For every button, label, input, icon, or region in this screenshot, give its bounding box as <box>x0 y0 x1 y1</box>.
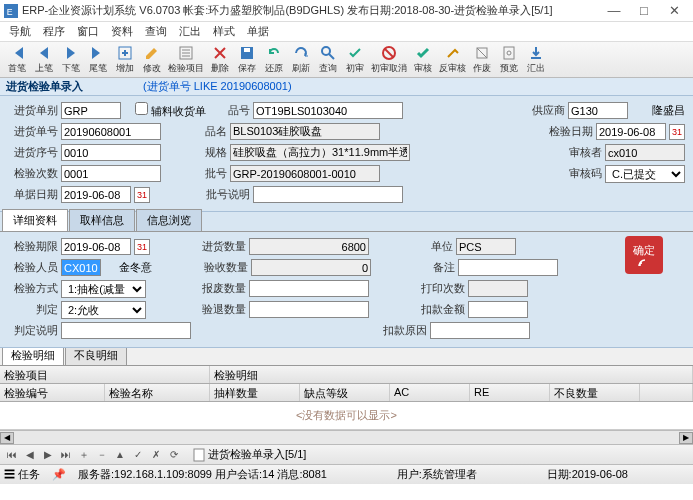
lbl-product-no: 品号 <box>222 103 250 118</box>
incoming-bill-input[interactable] <box>61 102 121 119</box>
return-qty-input[interactable] <box>249 301 369 318</box>
scroll-left-icon[interactable]: ◀ <box>0 432 14 444</box>
spec-input <box>230 144 410 161</box>
review-code-select[interactable]: C.已提交 <box>605 165 685 183</box>
menu-nav[interactable]: 导航 <box>4 22 36 41</box>
remark-input[interactable] <box>458 259 558 276</box>
col-ac[interactable]: AC <box>390 384 470 401</box>
tab-browse[interactable]: 信息浏览 <box>136 209 202 231</box>
aux-receipt-checkbox[interactable]: 辅料收货单 <box>135 102 206 119</box>
check-deadline-input[interactable] <box>61 238 131 255</box>
menu-bill[interactable]: 单据 <box>242 22 274 41</box>
tb-checkitem[interactable]: 检验项目 <box>166 43 206 77</box>
tb-delete[interactable]: 删除 <box>207 43 233 77</box>
status-server: 服务器:192.168.1.109:8099 用户会话:14 消息:8081 <box>78 467 327 482</box>
svg-rect-9 <box>504 47 514 59</box>
nav-next-icon[interactable]: ▶ <box>40 447 56 463</box>
incoming-seq-input[interactable] <box>61 144 161 161</box>
col-check-name[interactable]: 检验名称 <box>105 384 210 401</box>
calendar-icon[interactable]: 31 <box>134 239 150 255</box>
batch-desc-input[interactable] <box>253 186 403 203</box>
check-method-select[interactable]: 1:抽检(减量 <box>61 280 146 298</box>
print-count-input <box>468 280 528 297</box>
tb-audit1[interactable]: 初审 <box>342 43 368 77</box>
lbl-incoming-bill: 进货单别 <box>8 103 58 118</box>
svg-rect-12 <box>194 449 204 461</box>
nav-last-icon[interactable]: ⏭ <box>58 447 74 463</box>
col-check-no[interactable]: 检验编号 <box>0 384 105 401</box>
nav-edit-icon[interactable]: ▲ <box>112 447 128 463</box>
lbl-check-method: 检验方式 <box>8 281 58 296</box>
close-button[interactable]: ✕ <box>659 1 689 21</box>
col-re[interactable]: RE <box>470 384 550 401</box>
check-date-input[interactable] <box>596 123 666 140</box>
tb-save[interactable]: 保存 <box>234 43 260 77</box>
minimize-button[interactable]: — <box>599 1 629 21</box>
tb-restore[interactable]: 还原 <box>261 43 287 77</box>
supplier-input[interactable] <box>568 102 628 119</box>
tb-audit1-cancel[interactable]: 初审取消 <box>369 43 409 77</box>
menu-window[interactable]: 窗口 <box>72 22 104 41</box>
incoming-no-input[interactable] <box>61 123 161 140</box>
last-icon <box>90 45 106 61</box>
nav-prev-icon[interactable]: ◀ <box>22 447 38 463</box>
col-defect-qty[interactable]: 不良数量 <box>550 384 640 401</box>
nav-cancel-icon[interactable]: ✗ <box>148 447 164 463</box>
deduct-amt-input[interactable] <box>468 301 528 318</box>
col-defect-level[interactable]: 缺点等级 <box>300 384 390 401</box>
col-extra[interactable] <box>640 384 693 401</box>
tb-audit[interactable]: 审核 <box>410 43 436 77</box>
calendar-icon[interactable]: 31 <box>134 187 150 203</box>
scrap-qty-input[interactable] <box>249 280 369 297</box>
tab-sample[interactable]: 取样信息 <box>69 209 135 231</box>
svg-point-10 <box>507 51 511 55</box>
nav-first-icon[interactable]: ⏮ <box>4 447 20 463</box>
deduct-reason-input[interactable] <box>430 322 530 339</box>
status-user: 用户:系统管理者 <box>397 467 477 482</box>
tb-edit[interactable]: 修改 <box>139 43 165 77</box>
product-no-input[interactable] <box>253 102 403 119</box>
judge-desc-input[interactable] <box>61 322 191 339</box>
menu-data[interactable]: 资料 <box>106 22 138 41</box>
tb-first[interactable]: 首笔 <box>4 43 30 77</box>
confirm-button[interactable]: 确定 <box>625 236 663 274</box>
tb-export[interactable]: 汇出 <box>523 43 549 77</box>
nav-add-icon[interactable]: ＋ <box>76 447 92 463</box>
menu-query[interactable]: 查询 <box>140 22 172 41</box>
h-scrollbar[interactable]: ◀ ▶ <box>0 430 693 444</box>
menu-export[interactable]: 汇出 <box>174 22 206 41</box>
tb-last[interactable]: 尾笔 <box>85 43 111 77</box>
subtab-check-detail[interactable]: 检验明细 <box>2 345 64 365</box>
nav-del-icon[interactable]: － <box>94 447 110 463</box>
tb-preview[interactable]: 预览 <box>496 43 522 77</box>
tb-void[interactable]: 作废 <box>469 43 495 77</box>
inspector-input[interactable] <box>61 259 101 276</box>
nav-refresh-icon[interactable]: ⟳ <box>166 447 182 463</box>
col-group-detail: 检验明细 <box>210 366 693 383</box>
menu-style[interactable]: 样式 <box>208 22 240 41</box>
detail-tabs: 详细资料 取样信息 信息浏览 <box>0 212 693 232</box>
tb-unaudit[interactable]: 反审核 <box>437 43 468 77</box>
status-task[interactable]: ☰ 任务 <box>4 467 40 482</box>
tb-query[interactable]: 查询 <box>315 43 341 77</box>
nav-ok-icon[interactable]: ✓ <box>130 447 146 463</box>
lbl-accept-qty: 验收数量 <box>198 260 248 275</box>
judge-select[interactable]: 2:允收 <box>61 301 146 319</box>
tb-add[interactable]: 增加 <box>112 43 138 77</box>
tb-refresh[interactable]: 刷新 <box>288 43 314 77</box>
calendar-icon[interactable]: 31 <box>669 124 685 140</box>
lbl-inspector: 检验人员 <box>8 260 58 275</box>
subtab-defect-detail[interactable]: 不良明细 <box>65 345 127 365</box>
menu-program[interactable]: 程序 <box>38 22 70 41</box>
scroll-right-icon[interactable]: ▶ <box>679 432 693 444</box>
tb-next[interactable]: 下笔 <box>58 43 84 77</box>
tb-prev[interactable]: 上笔 <box>31 43 57 77</box>
tab-detail[interactable]: 详细资料 <box>2 209 68 231</box>
reviewer-input <box>605 144 685 161</box>
lbl-remark: 备注 <box>427 260 455 275</box>
svg-rect-5 <box>244 48 250 52</box>
bill-date-input[interactable] <box>61 186 131 203</box>
col-sample-qty[interactable]: 抽样数量 <box>210 384 300 401</box>
check-count-input[interactable] <box>61 165 161 182</box>
maximize-button[interactable]: □ <box>629 1 659 21</box>
